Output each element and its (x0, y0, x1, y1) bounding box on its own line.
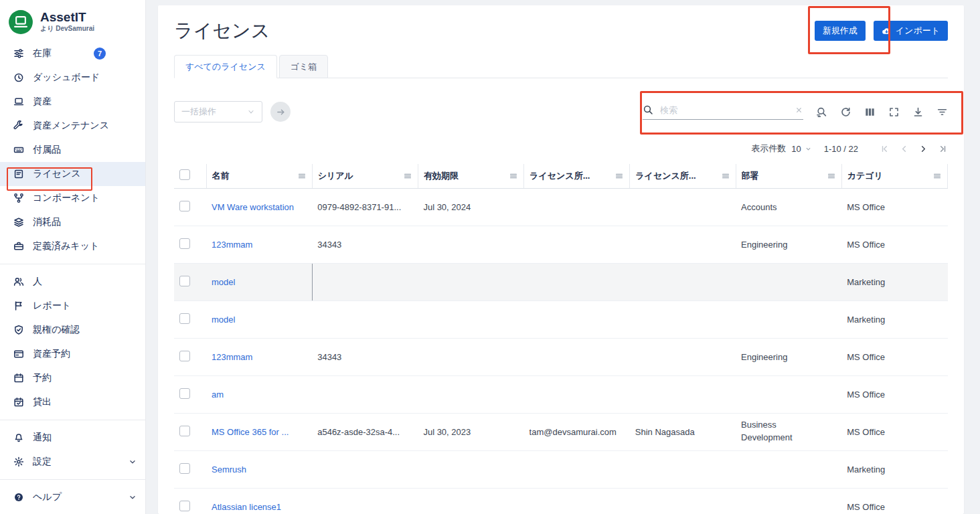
bulk-action-select[interactable]: 一括操作 (174, 101, 262, 122)
layers-icon (13, 217, 24, 228)
license-name-link[interactable]: model (212, 315, 235, 325)
row-checkbox[interactable] (179, 276, 190, 286)
column-header-serial[interactable]: シリアル (312, 164, 418, 188)
sidebar-item-asset-maintenance[interactable]: 資産メンテナンス (0, 114, 145, 138)
search-input[interactable] (659, 104, 789, 116)
license-name-link[interactable]: MS Office 365 for ... (212, 427, 289, 437)
license-name-link[interactable]: Atlassian license1 (212, 502, 281, 512)
refresh-button[interactable] (840, 106, 851, 118)
owner-name-cell (630, 301, 736, 338)
row-checkbox[interactable] (179, 238, 190, 249)
column-header-department[interactable]: 部署 (736, 164, 841, 188)
sidebar-item-people[interactable]: 人 (0, 270, 145, 294)
sidebar-item-audit[interactable]: 親権の確認 (0, 318, 145, 342)
column-header-name[interactable]: 名前 (206, 164, 312, 188)
sidebar-item-components[interactable]: コンポーネント (0, 186, 145, 210)
license-name-link[interactable]: am (212, 390, 224, 400)
column-menu-icon[interactable] (827, 171, 836, 181)
advanced-search-button[interactable] (816, 106, 827, 118)
chevron-down-icon (247, 108, 255, 116)
row-checkbox[interactable] (179, 426, 190, 436)
column-header-license-owner-email[interactable]: ライセンス所... (524, 164, 630, 188)
filter-icon (936, 106, 948, 118)
laptop-icon (13, 96, 24, 107)
sidebar-item-settings[interactable]: 設定 (0, 450, 145, 474)
clear-search-icon[interactable] (795, 106, 803, 114)
column-menu-icon[interactable] (615, 171, 624, 181)
row-select-cell (174, 188, 206, 226)
sidebar-item-dashboard[interactable]: ダッシュボード (0, 66, 145, 90)
tab-all-licenses[interactable]: すべてのライセンス (174, 55, 277, 78)
people-icon (13, 276, 24, 287)
serial-cell-focused[interactable] (312, 263, 418, 301)
sidebar-item-asset-reservation[interactable]: 資産予約 (0, 342, 145, 366)
sidebar-item-checkout[interactable]: 貸出 (0, 390, 145, 414)
row-checkbox[interactable] (179, 201, 190, 211)
column-menu-icon[interactable] (721, 171, 730, 181)
previous-page-button[interactable] (899, 144, 909, 154)
sidebar-item-label: 親権の確認 (33, 324, 80, 336)
import-button[interactable]: インポート (874, 21, 948, 41)
sidebar-item-licenses[interactable]: ライセンス (0, 162, 145, 186)
sidebar-item-assets[interactable]: 資産 (0, 90, 145, 114)
download-button[interactable] (912, 106, 924, 118)
next-page-button[interactable] (918, 144, 928, 154)
search-field[interactable] (643, 104, 803, 120)
column-header-expiry[interactable]: 有効期限 (418, 164, 523, 188)
sidebar-item-consumables[interactable]: 消耗品 (0, 210, 145, 234)
last-page-button[interactable] (938, 144, 948, 154)
page-size-select[interactable]: 10 (791, 144, 811, 154)
sidebar-item-reports[interactable]: レポート (0, 294, 145, 318)
sidebar-item-accessories[interactable]: 付属品 (0, 138, 145, 162)
name-cell: Semrush (206, 450, 312, 488)
main-content: ライセンス 新規作成 インポート すべてのライセンス ゴミ箱 一括操作 (146, 0, 980, 514)
sidebar-item-label: 付属品 (33, 144, 61, 156)
row-checkbox[interactable] (179, 463, 190, 474)
app-window: AssetIT より DevSamurai 在庫 7 ダッシュボード 資産 資産… (0, 0, 980, 514)
sidebar-item-booking[interactable]: 予約 (0, 366, 145, 390)
license-icon (13, 169, 24, 179)
column-header-license-owner-name[interactable]: ライセンス所... (630, 164, 736, 188)
row-checkbox[interactable] (179, 501, 190, 511)
pagination-bar: 表示件数 10 1-10 / 22 (174, 143, 948, 155)
filter-button[interactable] (936, 106, 948, 118)
apply-bulk-action-button[interactable] (270, 102, 291, 122)
columns-button[interactable] (864, 106, 876, 118)
table-row: model Marketing (174, 263, 948, 301)
fullscreen-button[interactable] (888, 106, 900, 118)
column-menu-icon[interactable] (403, 171, 412, 181)
license-name-link[interactable]: 123mmam (212, 240, 252, 250)
create-button[interactable]: 新規作成 (815, 21, 866, 41)
owner-email-cell: tam@devsamurai.com (524, 413, 630, 450)
row-checkbox[interactable] (179, 388, 190, 399)
tab-trash[interactable]: ゴミ箱 (279, 55, 329, 78)
serial-cell: 34343 (312, 226, 418, 263)
column-menu-icon[interactable] (932, 171, 942, 181)
owner-email-cell (524, 301, 630, 338)
sidebar-item-predefined-kits[interactable]: 定義済みキット (0, 234, 145, 258)
license-name-link[interactable]: Semrush (212, 464, 246, 475)
department-cell (736, 263, 841, 301)
column-menu-icon[interactable] (297, 171, 307, 181)
column-menu-icon[interactable] (509, 171, 518, 181)
column-header-category[interactable]: カテゴリ (841, 164, 947, 188)
row-checkbox[interactable] (179, 313, 190, 324)
first-page-button[interactable] (880, 144, 890, 154)
chevron-right-icon (918, 144, 928, 154)
select-all-header[interactable] (174, 164, 206, 188)
select-all-checkbox[interactable] (179, 169, 190, 180)
license-name-link[interactable]: VM Ware workstation (212, 202, 294, 212)
sidebar-item-inventory[interactable]: 在庫 7 (0, 41, 145, 66)
expiry-cell: Jul 30, 2023 (418, 413, 523, 450)
sidebar-item-label: ライセンス (33, 168, 81, 180)
row-checkbox[interactable] (179, 351, 190, 361)
license-name-link[interactable]: model (212, 277, 235, 287)
expiry-cell (418, 450, 523, 488)
sidebar-item-notifications[interactable]: 通知 (0, 426, 145, 450)
row-select-cell (174, 338, 206, 375)
license-name-link[interactable]: 123mmam (212, 352, 252, 362)
page-header: ライセンス 新規作成 インポート (174, 17, 948, 44)
sidebar-item-label: ダッシュボード (33, 72, 100, 84)
name-cell: am (206, 375, 312, 413)
sidebar-item-help[interactable]: ヘルプ (0, 485, 145, 509)
